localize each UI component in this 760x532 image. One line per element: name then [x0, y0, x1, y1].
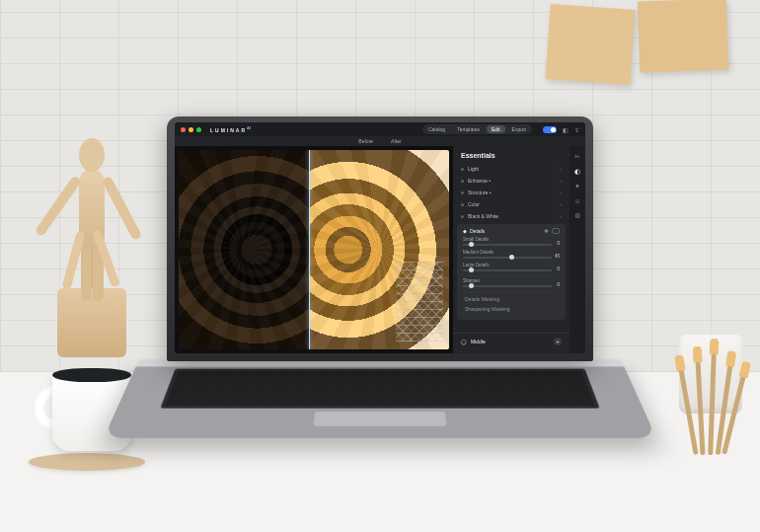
compare-bar: Before After — [175, 136, 585, 146]
visibility-toggle-icon[interactable]: 👁 — [544, 228, 549, 234]
slider-thumb[interactable] — [509, 255, 514, 260]
compare-after[interactable]: After — [391, 138, 402, 144]
modified-indicator: • — [488, 178, 491, 184]
tool-label: Color — [468, 201, 480, 207]
slider-value: 0 — [557, 282, 560, 287]
compare-divider[interactable] — [309, 150, 310, 349]
crop-icon[interactable]: ✂ — [573, 152, 582, 161]
layer-label: Middle — [471, 339, 486, 344]
tools-panel: Essentials Light › Enhance • › — [453, 146, 570, 353]
preview-toggle[interactable] — [543, 126, 557, 133]
slider-value: 0 — [557, 266, 560, 271]
mode-edit[interactable]: Edit — [487, 125, 505, 133]
layer-icon: ◯ — [461, 339, 467, 344]
slider-label: Sharpen — [463, 278, 560, 283]
slider-medium-details: Medium Details 45 — [463, 250, 560, 260]
sticky-note — [638, 0, 728, 73]
slider-value: 45 — [555, 254, 560, 259]
pro-icon[interactable]: ⚙ — [573, 211, 582, 220]
slider[interactable]: 45 — [463, 256, 560, 260]
essentials-icon[interactable]: ◐ — [573, 167, 582, 176]
sub-sharpening-masking[interactable]: Sharpening Masking — [463, 304, 560, 314]
chevron-right-icon: › — [560, 178, 562, 184]
slider-small-details: Small Details 0 — [463, 237, 560, 247]
mode-catalog[interactable]: Catalog — [423, 125, 450, 133]
slider-label: Small Details — [463, 237, 560, 242]
trackpad — [313, 412, 446, 426]
tool-light[interactable]: Light › — [453, 163, 570, 175]
tool-label: Light — [468, 166, 479, 172]
slider-label: Large Details — [463, 263, 560, 267]
dot-icon — [461, 215, 464, 218]
edited-photo — [179, 150, 449, 349]
slider-large-details: Large Details 0 — [463, 263, 560, 272]
mode-templates[interactable]: Templates — [452, 125, 485, 133]
details-icon: ◆ — [463, 228, 467, 234]
tool-label: Enhance • — [468, 178, 491, 184]
share-icon[interactable]: ⇪ — [574, 126, 579, 133]
creative-icon[interactable]: ✦ — [573, 182, 582, 190]
tool-label: Structure • — [468, 190, 491, 195]
image-canvas[interactable] — [175, 146, 453, 353]
scaffolding — [396, 262, 443, 342]
laptop-bezel: LUMINARAI Catalog Templates Edit Export … — [167, 116, 593, 361]
quick-preview-icon[interactable]: ◧ — [563, 126, 569, 133]
tool-structure[interactable]: Structure • › — [453, 187, 570, 198]
tool-label: Black & White — [468, 213, 498, 219]
slider[interactable]: 0 — [463, 268, 560, 272]
laptop-base — [104, 359, 656, 438]
sub-details-masking[interactable]: Details Masking — [463, 294, 560, 304]
photo-after — [309, 150, 449, 349]
dot-icon — [461, 203, 464, 206]
divider — [469, 291, 554, 292]
slider-thumb[interactable] — [469, 267, 474, 272]
chevron-right-icon: › — [560, 201, 562, 207]
dot-icon — [461, 180, 464, 183]
tool-color[interactable]: Color › — [453, 198, 570, 210]
photo-before — [179, 150, 309, 349]
sticky-note — [545, 4, 635, 85]
slider-thumb[interactable] — [469, 283, 474, 288]
layer-row[interactable]: ◯ Middle + — [453, 333, 570, 349]
keyboard — [160, 369, 600, 409]
mode-export[interactable]: Export — [507, 125, 531, 133]
modified-indicator: • — [488, 190, 491, 195]
slider-sharpen: Sharpen 0 — [463, 278, 560, 288]
wooden-mannequin — [47, 22, 166, 357]
panel-title: Essentials — [453, 150, 570, 163]
chevron-right-icon: › — [560, 190, 562, 195]
chevron-right-icon: › — [560, 213, 562, 219]
slider-thumb[interactable] — [469, 242, 474, 247]
dot-icon — [461, 191, 464, 194]
titlebar: LUMINARAI Catalog Templates Edit Export … — [175, 122, 585, 136]
workarea: Essentials Light › Enhance • › — [175, 146, 585, 353]
dot-icon — [461, 168, 464, 171]
tool-label: Details — [470, 228, 485, 234]
window-minimize-icon[interactable] — [189, 127, 193, 132]
compare-before[interactable]: Before — [358, 138, 373, 144]
add-layer-icon[interactable]: + — [554, 338, 562, 345]
advanced-settings-icon[interactable] — [552, 228, 560, 234]
chevron-right-icon: › — [560, 166, 562, 172]
desk-scene: LUMINARAI Catalog Templates Edit Export … — [0, 0, 760, 532]
tool-details-open: ◆ Details 👁 Small Details — [457, 224, 566, 320]
window-zoom-icon[interactable] — [196, 127, 201, 132]
mode-switcher: Catalog Templates Edit Export — [422, 124, 532, 134]
slider[interactable]: 0 — [463, 243, 560, 247]
luminar-app: LUMINARAI Catalog Templates Edit Export … — [175, 122, 585, 353]
divider — [469, 275, 554, 276]
tool-bw[interactable]: Black & White › — [453, 210, 570, 222]
slider-value: 0 — [557, 241, 560, 246]
tool-enhance[interactable]: Enhance • › — [453, 175, 570, 187]
window-close-icon[interactable] — [181, 127, 186, 132]
laptop: LUMINARAI Catalog Templates Edit Export … — [167, 116, 593, 466]
portrait-icon[interactable]: ☺ — [573, 196, 582, 205]
screen: LUMINARAI Catalog Templates Edit Export … — [175, 122, 585, 353]
brand-label: LUMINARAI — [210, 125, 251, 133]
category-strip: ✂ ◐ ✦ ☺ ⚙ — [570, 146, 585, 353]
slider[interactable]: 0 — [463, 284, 560, 288]
